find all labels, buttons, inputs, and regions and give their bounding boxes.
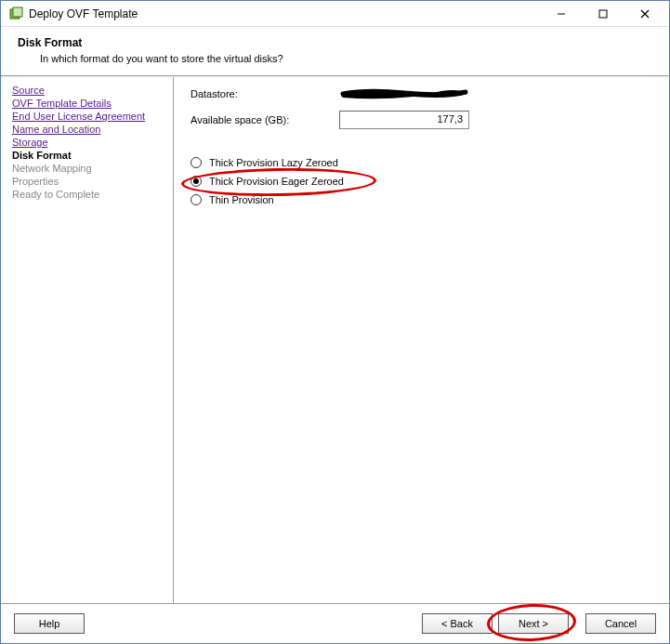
page-description: In which format do you want to store the… — [40, 53, 652, 64]
help-button[interactable]: Help — [14, 613, 85, 634]
available-space-value: 177,3 — [339, 111, 469, 129]
footer: Help < Back Next > Cancel — [1, 603, 669, 643]
wizard-steps-sidebar: Source OVF Template Details End User Lic… — [1, 77, 174, 603]
back-button[interactable]: < Back — [422, 613, 493, 634]
radio-label: Thick Provision Lazy Zeroed — [209, 157, 338, 168]
maximize-button[interactable] — [582, 2, 624, 26]
datastore-value-redacted — [339, 86, 469, 101]
step-network-mapping: Network Mapping — [12, 163, 167, 174]
datastore-row: Datastore: — [190, 86, 652, 101]
content-pane: Datastore: Available space (GB): 177,3 T… — [174, 77, 669, 603]
close-button[interactable] — [624, 2, 665, 26]
available-space-row: Available space (GB): 177,3 — [190, 111, 652, 129]
radio-thick-eager[interactable]: Thick Provision Eager Zeroed — [190, 176, 652, 187]
radio-icon — [190, 176, 202, 187]
next-button[interactable]: Next > — [498, 613, 569, 634]
step-eula[interactable]: End User License Agreement — [12, 111, 167, 122]
radio-label: Thin Provision — [209, 194, 274, 205]
wizard-window: Deploy OVF Template Disk Format In which… — [0, 0, 670, 644]
radio-thick-lazy[interactable]: Thick Provision Lazy Zeroed — [190, 157, 652, 168]
step-ready: Ready to Complete — [12, 189, 167, 200]
app-icon — [8, 7, 23, 21]
window-title: Deploy OVF Template — [29, 7, 138, 20]
titlebar: Deploy OVF Template — [1, 1, 669, 27]
radio-icon — [190, 194, 202, 205]
body: Source OVF Template Details End User Lic… — [1, 77, 669, 603]
step-properties: Properties — [12, 176, 167, 187]
datastore-label: Datastore: — [190, 88, 339, 99]
step-disk-format: Disk Format — [12, 150, 167, 161]
svg-rect-1 — [13, 7, 22, 17]
step-source[interactable]: Source — [12, 85, 167, 96]
available-space-label: Available space (GB): — [190, 114, 339, 125]
svg-rect-3 — [599, 10, 607, 18]
page-header: Disk Format In which format do you want … — [1, 27, 669, 75]
step-storage[interactable]: Storage — [12, 137, 167, 148]
page-title: Disk Format — [18, 36, 652, 49]
window-controls — [540, 2, 665, 26]
step-ovf-details[interactable]: OVF Template Details — [12, 98, 167, 109]
radio-icon — [190, 157, 202, 168]
cancel-button[interactable]: Cancel — [585, 613, 656, 634]
radio-thin[interactable]: Thin Provision — [190, 194, 652, 205]
minimize-button[interactable] — [540, 2, 582, 26]
step-name-location[interactable]: Name and Location — [12, 124, 167, 135]
disk-format-radio-group: Thick Provision Lazy Zeroed Thick Provis… — [190, 157, 652, 205]
radio-label: Thick Provision Eager Zeroed — [209, 176, 344, 187]
